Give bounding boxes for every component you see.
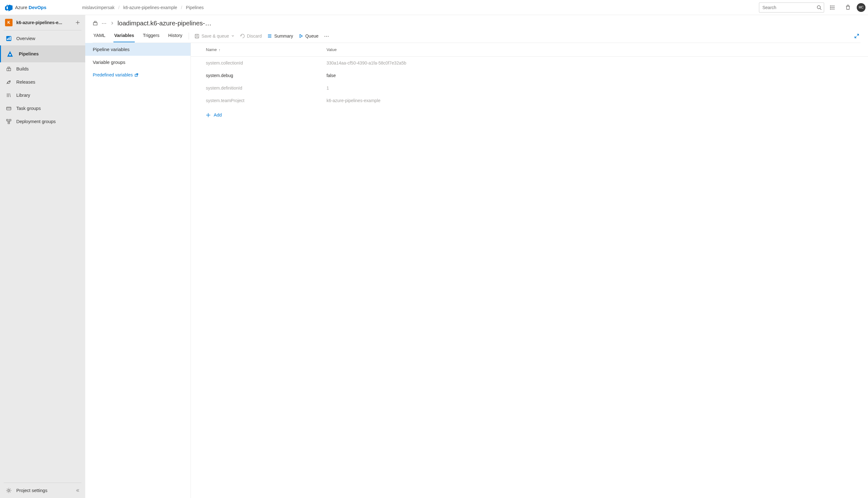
releases-icon [5, 80, 12, 84]
svg-point-18 [9, 81, 10, 82]
svg-rect-32 [195, 34, 199, 38]
plus-icon [206, 113, 210, 117]
sidebar-item-label: Pipelines [19, 51, 39, 56]
work-items-icon[interactable] [827, 1, 839, 14]
add-variable-button[interactable]: Add [206, 113, 868, 117]
tab-triggers[interactable]: Triggers [142, 33, 160, 42]
sidebar-item-releases[interactable]: Releases [0, 76, 85, 89]
column-header-value[interactable]: Value [326, 47, 868, 52]
content: ⋯ loadimpact.k6-azure-pipelines-… YAML V… [85, 15, 868, 498]
svg-rect-22 [7, 107, 11, 110]
svg-rect-13 [10, 37, 11, 40]
pipeline-root-icon[interactable] [93, 21, 98, 26]
sidebar-item-label: Project settings [16, 488, 47, 493]
sidebar-item-overview[interactable]: Overview [0, 31, 85, 45]
avatar[interactable]: MC [857, 3, 866, 12]
breadcrumb-section[interactable]: Pipelines [186, 5, 204, 10]
search-input[interactable] [759, 2, 824, 13]
overview-icon [5, 36, 12, 41]
svg-rect-34 [196, 37, 198, 38]
sub-nav-pipeline-variables[interactable]: Pipeline variables [85, 43, 191, 56]
sidebar-item-library[interactable]: Library [0, 89, 85, 102]
sidebar-item-label: Releases [16, 80, 35, 84]
sidebar-item-label: Deployment groups [16, 119, 56, 124]
svg-rect-24 [7, 119, 8, 121]
svg-point-0 [817, 5, 820, 9]
sidebar-item-label: Library [16, 93, 30, 98]
discard-button[interactable]: Discard [240, 34, 262, 39]
sub-nav-variable-groups[interactable]: Variable groups [85, 56, 191, 69]
save-queue-button[interactable]: Save & queue [195, 34, 234, 39]
sidebar-item-pipelines[interactable]: Pipelines [0, 45, 85, 62]
table-row[interactable]: system.debug false [191, 69, 868, 82]
variable-value[interactable]: false [326, 73, 868, 78]
svg-rect-16 [8, 67, 10, 68]
pipeline-path: ⋯ loadimpact.k6-azure-pipelines-… [93, 19, 860, 27]
svg-rect-33 [196, 34, 198, 35]
add-project-icon[interactable] [75, 20, 80, 25]
svg-rect-26 [8, 122, 10, 124]
toolbar: Save & queue Discard [195, 33, 329, 42]
marketplace-icon[interactable] [842, 1, 854, 14]
svg-rect-12 [9, 38, 9, 40]
variables-panel: Name ↑ Value system.collectionId 330a14a… [191, 43, 868, 498]
table-row: system.collectionId 330a14aa-cf50-4390-a… [191, 57, 868, 69]
deployment-groups-icon [5, 119, 12, 124]
sort-ascending-icon: ↑ [219, 48, 221, 52]
task-groups-icon [5, 106, 12, 111]
path-more-icon[interactable]: ⋯ [102, 21, 107, 26]
column-header-name[interactable]: Name ↑ [206, 47, 326, 52]
sidebar-item-project-settings[interactable]: Project settings [0, 483, 85, 498]
variable-name: system.definitionId [206, 86, 326, 91]
svg-point-14 [9, 54, 11, 56]
variable-name[interactable]: system.debug [206, 73, 326, 78]
library-icon [5, 93, 12, 98]
project-name[interactable]: k6-azure-pipelines-e... [16, 20, 72, 25]
top-bar: Azure DevOps mislavcimpersak / k6-azure-… [0, 0, 868, 15]
variable-value: k6-azure-pipelines-example [326, 98, 868, 103]
sidebar-item-label: Builds [16, 66, 29, 71]
tabs: YAML Variables Triggers History [93, 33, 183, 42]
variables-sub-nav: Pipeline variables Variable groups Prede… [85, 43, 191, 498]
breadcrumb-separator: / [118, 5, 120, 10]
project-badge: K [5, 19, 13, 26]
svg-line-1 [820, 9, 821, 10]
sidebar-item-task-groups[interactable]: Task groups [0, 102, 85, 115]
breadcrumb-org[interactable]: mislavcimpersak [82, 5, 114, 10]
svg-point-5 [830, 5, 831, 6]
chevron-down-icon [231, 35, 234, 38]
svg-rect-11 [7, 39, 8, 40]
external-link-icon [135, 73, 138, 77]
svg-rect-31 [94, 21, 96, 23]
queue-button[interactable]: Queue [299, 34, 319, 39]
gear-icon [5, 488, 12, 493]
variables-table-header: Name ↑ Value [191, 43, 868, 57]
variable-name: system.teamProject [206, 98, 326, 103]
brand-logo[interactable]: Azure DevOps [5, 4, 47, 11]
tab-yaml[interactable]: YAML [93, 33, 106, 42]
tab-history[interactable]: History [168, 33, 183, 42]
svg-line-21 [10, 93, 10, 97]
divider [189, 32, 189, 39]
svg-rect-30 [93, 23, 97, 25]
pipeline-title[interactable]: loadimpact.k6-azure-pipelines-… [117, 19, 211, 27]
svg-point-7 [830, 9, 831, 9]
sidebar-item-label: Task groups [16, 106, 41, 111]
sub-nav-predefined-variables[interactable]: Predefined variables [85, 69, 191, 81]
chevron-right-icon [111, 22, 114, 25]
svg-rect-25 [9, 119, 11, 121]
project-header: K k6-azure-pipelines-e... [0, 15, 85, 30]
tab-variables[interactable]: Variables [114, 33, 135, 42]
sidebar-item-deployment-groups[interactable]: Deployment groups [0, 115, 85, 128]
variable-value: 1 [326, 86, 868, 91]
collapse-sidebar-icon[interactable] [75, 488, 80, 493]
search-icon[interactable] [817, 5, 821, 10]
sidebar-item-builds[interactable]: Builds [0, 62, 85, 76]
variable-value: 330a14aa-cf50-4390-a1fa-58c0f7e32a5b [326, 61, 868, 65]
sidebar-item-label: Overview [16, 36, 35, 41]
expand-icon[interactable] [854, 34, 860, 42]
breadcrumb-project[interactable]: k6-azure-pipelines-example [123, 5, 177, 10]
more-actions-button[interactable]: ⋯ [324, 33, 329, 39]
more-icon: ⋯ [324, 33, 329, 39]
summary-button[interactable]: Summary [267, 34, 293, 39]
